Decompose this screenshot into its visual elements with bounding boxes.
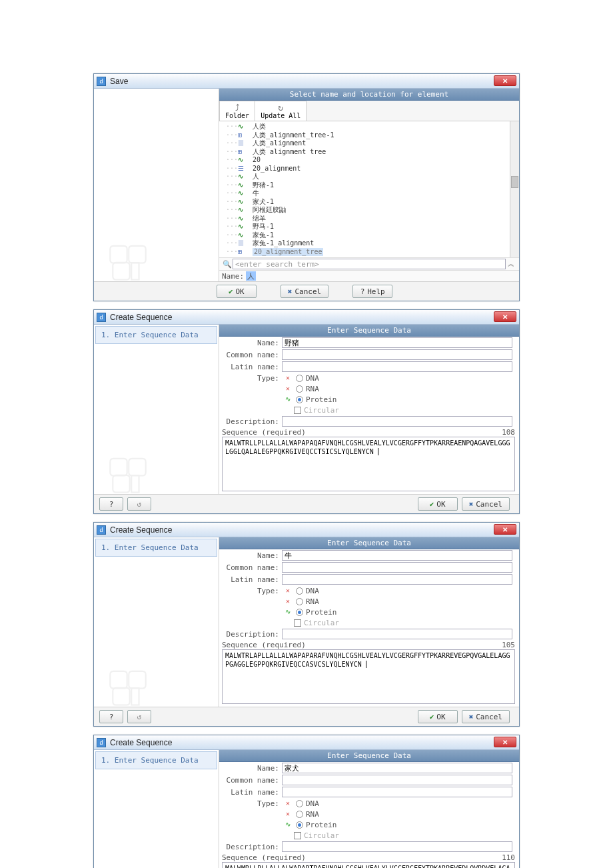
latin-name-label: Latin name: — [222, 363, 282, 371]
cancel-button[interactable]: ✖Cancel — [281, 285, 328, 298]
tree-item[interactable]: ···∿ 牛 — [226, 189, 519, 198]
tree-item[interactable]: ···⊞ 人类 alignment tree — [226, 148, 519, 157]
tree-item[interactable]: ···∿ 家犬-1 — [226, 198, 519, 207]
close-button[interactable]: ✕ — [494, 737, 516, 747]
reset-button[interactable]: ↺ — [127, 497, 151, 511]
common-name-input[interactable] — [282, 562, 512, 573]
step-1[interactable]: 1. Enter Sequence Data — [95, 751, 217, 769]
tab-update-all[interactable]: ↻ Update All — [255, 101, 306, 121]
radio-rna[interactable] — [296, 598, 303, 605]
name-input[interactable] — [282, 550, 512, 561]
scrollbar[interactable] — [510, 121, 519, 257]
common-name-input[interactable] — [282, 775, 512, 785]
help-button[interactable]: ? — [99, 710, 123, 723]
latin-name-input[interactable] — [282, 361, 512, 372]
latin-name-input[interactable] — [282, 574, 512, 585]
radio-dna[interactable] — [296, 800, 303, 807]
cancel-button[interactable]: ✖Cancel — [462, 497, 510, 511]
name-label: Name: — [222, 272, 246, 281]
latin-name-label: Latin name: — [222, 788, 282, 797]
cancel-button[interactable]: ✖Cancel — [462, 710, 510, 723]
sequence-label: Sequence (required) — [222, 428, 306, 437]
latin-name-input[interactable] — [282, 787, 512, 797]
tree-item[interactable]: ···∿ 家兔-1 — [226, 231, 519, 240]
tree-item[interactable]: ···∿ 野马-1 — [226, 223, 519, 231]
radio-protein[interactable] — [296, 609, 303, 616]
tree-item[interactable]: ···☰ 20_alignment — [226, 165, 519, 173]
step-1[interactable]: 1. Enter Sequence Data — [95, 539, 217, 557]
protein-icon: ∿ — [282, 608, 294, 616]
ok-button[interactable]: ✔OK — [217, 285, 257, 298]
question-icon: ? — [360, 287, 365, 296]
ok-button[interactable]: ✔OK — [418, 710, 458, 723]
window-title: Save — [110, 77, 128, 86]
tree-item[interactable]: ···∿ 人 — [226, 173, 519, 181]
radio-protein[interactable] — [296, 396, 303, 403]
save-dialog: d Save ✕ ▢▢ ▢▯ Select name and location … — [93, 73, 520, 301]
tree-item[interactable]: ···∿ 野猪-1 — [226, 181, 519, 190]
radio-dna[interactable] — [296, 587, 303, 595]
search-input[interactable] — [233, 259, 506, 269]
sequence-textarea[interactable]: MALWTRLAPLLALLALWAPAPARAFVNQHLCGSHLVEALY… — [222, 649, 515, 704]
ok-button[interactable]: ✔OK — [418, 497, 458, 511]
scroll-thumb[interactable] — [511, 176, 518, 188]
protein-label: Protein — [306, 395, 336, 404]
name-label: Name: — [222, 764, 282, 773]
folder-tree[interactable]: ···∿ 人类···⊞ 人类_alignment_tree-1···☰ 人类_a… — [219, 121, 519, 257]
circular-checkbox[interactable] — [294, 407, 301, 414]
search-row: 🔍 ︽ — [219, 257, 519, 270]
radio-rna[interactable] — [296, 811, 303, 818]
name-label: Name: — [222, 339, 282, 347]
sequence-count: 110 — [502, 853, 515, 862]
common-name-input[interactable] — [282, 349, 512, 360]
circular-checkbox[interactable] — [294, 619, 301, 627]
rna-icon: ✕ — [282, 810, 294, 818]
radio-rna[interactable] — [296, 385, 303, 393]
section-header: Select name and location for element — [219, 89, 519, 101]
dna-label: DNA — [306, 799, 319, 808]
button-bar: ✔OK ✖Cancel ?Help — [94, 281, 519, 301]
reset-button[interactable]: ↺ — [127, 710, 151, 723]
tab-folder[interactable]: ⤴ Folder — [219, 101, 255, 121]
description-input[interactable] — [282, 841, 512, 852]
name-input[interactable] — [282, 337, 512, 348]
name-input[interactable] — [282, 763, 512, 773]
help-button[interactable]: ? — [99, 497, 123, 511]
titlebar[interactable]: dCreate Sequence✕ — [94, 310, 519, 325]
radio-dna[interactable] — [296, 375, 303, 382]
close-button[interactable]: ✕ — [494, 75, 516, 86]
help-button[interactable]: ?Help — [352, 285, 392, 298]
tree-item[interactable]: ···∿ 人类 — [226, 123, 519, 131]
name-input[interactable]: 人 — [246, 271, 256, 281]
tree-item[interactable]: ···∿ 20 — [226, 156, 519, 165]
close-button[interactable]: ✕ — [494, 524, 516, 535]
step-1[interactable]: 1. Enter Sequence Data — [95, 326, 217, 344]
circular-checkbox[interactable] — [294, 832, 301, 839]
sequence-textarea[interactable]: MALWTRLLPLLALLALWAPAPAQAFVNQHLCGSHLVEALY… — [222, 437, 515, 491]
button-bar: ?↺✔OK✖Cancel — [94, 494, 519, 513]
description-input[interactable] — [282, 416, 512, 427]
tab-label: Update All — [261, 112, 301, 119]
radio-protein[interactable] — [296, 821, 303, 829]
chevron-up-icon[interactable]: ︽ — [506, 259, 516, 269]
common-name-label: Common name: — [222, 776, 282, 785]
app-icon: d — [97, 313, 106, 322]
description-input[interactable] — [282, 629, 512, 639]
tree-item[interactable]: ···⊞ 人类_alignment_tree-1 — [226, 131, 519, 140]
wizard-steps: 1. Enter Sequence Data▢▢ ▢▯ — [94, 537, 219, 707]
tree-item[interactable]: ···∿ 阿根廷胶鼬 — [226, 206, 519, 215]
titlebar[interactable]: dCreate Sequence✕ — [94, 523, 519, 537]
protein-icon: ∿ — [282, 395, 294, 403]
sequence-textarea[interactable]: MALWMRLLPLLALLALWAPAPTRAFVNQHLCGSHLVEALY… — [222, 862, 515, 868]
section-header: Enter Sequence Data — [219, 537, 519, 549]
tree-item[interactable]: ···☰ 家兔-1_alignment — [226, 239, 519, 248]
titlebar[interactable]: d Save ✕ — [94, 74, 519, 89]
dna-icon: ✕ — [282, 799, 294, 807]
check-icon: ✔ — [430, 500, 434, 509]
sequence-count: 108 — [502, 428, 515, 437]
tree-item[interactable]: ···☰ 人类_alignment — [226, 139, 519, 148]
titlebar[interactable]: dCreate Sequence✕ — [94, 735, 519, 750]
tree-item[interactable]: ···⊞ 20_alignment_tree — [226, 248, 519, 257]
tree-item[interactable]: ···∿ 绵羊 — [226, 215, 519, 223]
close-button[interactable]: ✕ — [494, 311, 516, 322]
